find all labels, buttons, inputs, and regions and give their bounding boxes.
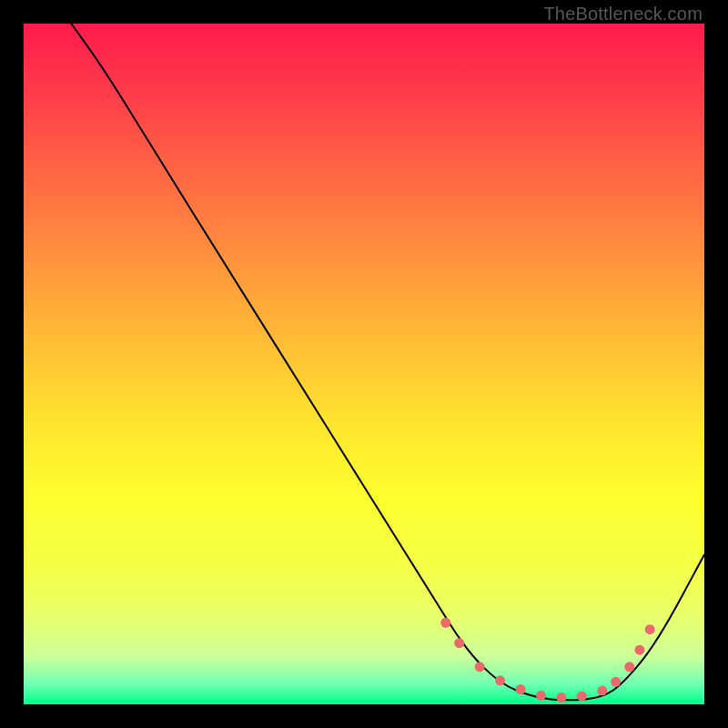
- attribution-text: TheBottleneck.com: [543, 4, 703, 25]
- optimal-dot: [495, 675, 505, 685]
- curve-layer: [24, 24, 704, 704]
- optimal-dot: [611, 677, 621, 687]
- optimal-dot: [597, 686, 607, 696]
- optimal-range-dots: [440, 618, 654, 703]
- optimal-dot: [516, 684, 526, 694]
- optimal-dot: [645, 624, 655, 634]
- plot-area: [24, 24, 704, 704]
- optimal-dot: [634, 645, 644, 655]
- optimal-dot: [475, 662, 485, 672]
- bottleneck-curve: [71, 24, 704, 700]
- optimal-dot: [440, 618, 450, 628]
- optimal-dot: [454, 638, 464, 648]
- optimal-dot: [624, 662, 634, 672]
- optimal-dot: [577, 692, 587, 702]
- optimal-dot: [556, 693, 566, 703]
- optimal-dot: [536, 691, 546, 701]
- chart-stage: TheBottleneck.com: [0, 0, 728, 728]
